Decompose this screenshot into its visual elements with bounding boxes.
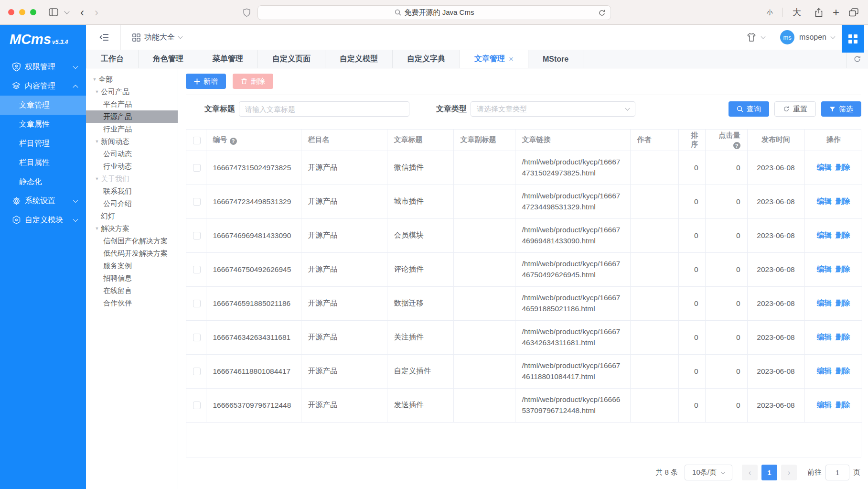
delete-link[interactable]: 删除 (836, 401, 850, 409)
edit-link[interactable]: 编辑 (817, 367, 832, 375)
sidebar-chevron-icon[interactable] (64, 9, 69, 14)
select-all-checkbox[interactable] (193, 137, 201, 144)
app-logo[interactable]: MCms v5.3.4 (0, 25, 86, 50)
tree-node-信创国产化解决方案[interactable]: ▼信创国产化解决方案 (86, 235, 178, 247)
user-chevron-icon[interactable] (831, 34, 836, 39)
tree-node-合作伙伴[interactable]: ▼合作伙伴 (86, 297, 178, 309)
tree-node-幻灯[interactable]: ▼幻灯 (86, 210, 178, 222)
delete-link[interactable]: 删除 (836, 299, 850, 307)
reload-icon[interactable] (598, 9, 606, 17)
next-page-button[interactable]: › (781, 465, 797, 480)
tab-自定义字典[interactable]: 自定义字典 (393, 50, 460, 68)
tree-node-联系我们[interactable]: ▼联系我们 (86, 185, 178, 197)
tree-expand-icon[interactable]: ▼ (93, 176, 101, 181)
privacy-shield-icon[interactable] (243, 8, 251, 17)
goto-page-input[interactable] (825, 465, 849, 480)
page-size-select[interactable]: 10条/页 (685, 465, 732, 480)
title-filter-input[interactable] (239, 101, 409, 117)
tree-expand-icon[interactable]: ▼ (93, 139, 101, 144)
delete-link[interactable]: 删除 (836, 163, 850, 171)
delete-link[interactable]: 删除 (836, 231, 850, 239)
row-checkbox[interactable] (193, 266, 201, 273)
tab-菜单管理[interactable]: 菜单管理 (198, 50, 258, 68)
back-button[interactable]: ‹ (80, 7, 84, 18)
tab-工作台[interactable]: 工作台 (86, 50, 139, 68)
tree-node-解决方案[interactable]: ▼解决方案 (86, 222, 178, 235)
tab-自定义页面[interactable]: 自定义页面 (258, 50, 325, 68)
text-larger-button[interactable]: 大 (793, 7, 801, 18)
tree-node-公司产品[interactable]: ▼公司产品 (86, 86, 178, 98)
text-smaller-button[interactable]: 小 (767, 8, 773, 17)
tree-node-招聘信息[interactable]: ▼招聘信息 (86, 272, 178, 284)
help-icon[interactable]: ? (733, 142, 740, 149)
theme-icon[interactable] (746, 33, 757, 42)
filter-button[interactable]: 筛选 (821, 101, 861, 117)
feature-menu[interactable]: 功能大全 (132, 33, 182, 43)
theme-chevron-icon[interactable] (761, 34, 766, 39)
tree-node-行业产品[interactable]: ▼行业产品 (86, 123, 178, 135)
delete-link[interactable]: 删除 (836, 367, 850, 375)
tree-node-开源产品[interactable]: ▼开源产品 (86, 110, 178, 123)
tree-node-全部[interactable]: ▼全部 (86, 73, 178, 86)
collapse-sidebar-button[interactable] (86, 25, 121, 50)
sidebar-item-文章属性[interactable]: 文章属性 (0, 115, 86, 134)
delete-button[interactable]: 删除 (233, 74, 273, 89)
tab-角色管理[interactable]: 角色管理 (139, 50, 198, 68)
tree-node-低代码开发解决方案[interactable]: ▼低代码开发解决方案 (86, 247, 178, 260)
share-icon[interactable] (814, 8, 823, 17)
edit-link[interactable]: 编辑 (817, 401, 832, 409)
edit-link[interactable]: 编辑 (817, 333, 832, 341)
row-checkbox[interactable] (193, 232, 201, 239)
sidebar-item-栏目管理[interactable]: 栏目管理 (0, 134, 86, 153)
tree-node-公司介绍[interactable]: ▼公司介绍 (86, 197, 178, 210)
tree-expand-icon[interactable]: ▼ (93, 89, 101, 94)
reset-button[interactable]: 重置 (774, 101, 816, 117)
browser-sidebar-icon[interactable] (49, 8, 58, 16)
row-checkbox[interactable] (193, 300, 201, 307)
close-window-button[interactable] (8, 9, 14, 15)
username[interactable]: msopen (799, 33, 826, 42)
delete-link[interactable]: 删除 (836, 333, 850, 341)
tab-overview-icon[interactable] (849, 8, 858, 17)
sidebar-item-系统设置[interactable]: 系统设置 (0, 191, 86, 210)
tab-文章管理[interactable]: 文章管理× (460, 50, 528, 68)
refresh-tab-button[interactable] (846, 50, 868, 68)
tree-expand-icon[interactable]: ▼ (91, 77, 98, 82)
sidebar-item-权限管理[interactable]: 权限管理 (0, 57, 86, 76)
tree-node-平台产品[interactable]: ▼平台产品 (86, 98, 178, 110)
sidebar-item-内容管理[interactable]: 内容管理 (0, 76, 86, 96)
edit-link[interactable]: 编辑 (817, 231, 832, 239)
edit-link[interactable]: 编辑 (817, 299, 832, 307)
tree-node-行业动态[interactable]: ▼行业动态 (86, 160, 178, 173)
row-checkbox[interactable] (193, 198, 201, 206)
address-bar[interactable]: 免费开源的 Java Cms (257, 5, 611, 20)
tree-node-公司动态[interactable]: ▼公司动态 (86, 148, 178, 160)
tree-expand-icon[interactable]: ▼ (93, 226, 101, 231)
row-checkbox[interactable] (193, 402, 201, 409)
sidebar-item-自定义模块[interactable]: 自定义模块 (0, 210, 86, 229)
tab-自定义模型[interactable]: 自定义模型 (325, 50, 393, 68)
apps-grid-button[interactable] (842, 25, 864, 53)
delete-link[interactable]: 删除 (836, 265, 850, 273)
row-checkbox[interactable] (193, 334, 201, 341)
sidebar-item-栏目属性[interactable]: 栏目属性 (0, 153, 86, 172)
sidebar-item-文章管理[interactable]: 文章管理 (0, 96, 86, 115)
sidebar-item-静态化[interactable]: 静态化 (0, 172, 86, 191)
page-number-1[interactable]: 1 (761, 465, 777, 480)
tree-node-在线留言[interactable]: ▼在线留言 (86, 284, 178, 297)
tree-node-新闻动态[interactable]: ▼新闻动态 (86, 135, 178, 148)
prev-page-button[interactable]: ‹ (742, 465, 758, 480)
edit-link[interactable]: 编辑 (817, 265, 832, 273)
minimize-window-button[interactable] (19, 9, 25, 15)
row-checkbox[interactable] (193, 368, 201, 375)
tab-MStore[interactable]: MStore (528, 50, 583, 68)
new-tab-button[interactable]: + (833, 7, 839, 18)
help-icon[interactable]: ? (230, 138, 237, 145)
tree-node-服务案例[interactable]: ▼服务案例 (86, 260, 178, 272)
search-button[interactable]: 查询 (729, 101, 769, 117)
row-checkbox[interactable] (193, 164, 201, 172)
add-button[interactable]: 新增 (186, 74, 226, 89)
avatar[interactable]: ms (780, 30, 794, 44)
edit-link[interactable]: 编辑 (817, 163, 832, 171)
tree-node-关于我们[interactable]: ▼关于我们 (86, 173, 178, 185)
